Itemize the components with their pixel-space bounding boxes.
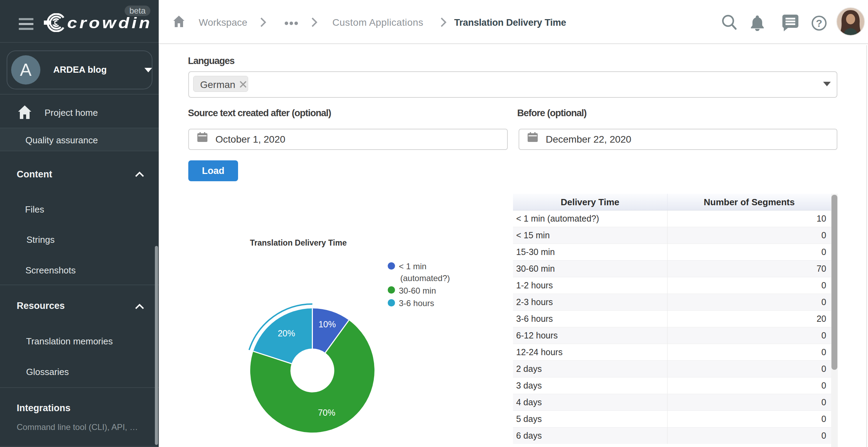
svg-text:20%: 20%: [278, 328, 295, 338]
svg-text:10%: 10%: [318, 319, 336, 329]
svg-text:70%: 70%: [318, 408, 335, 417]
